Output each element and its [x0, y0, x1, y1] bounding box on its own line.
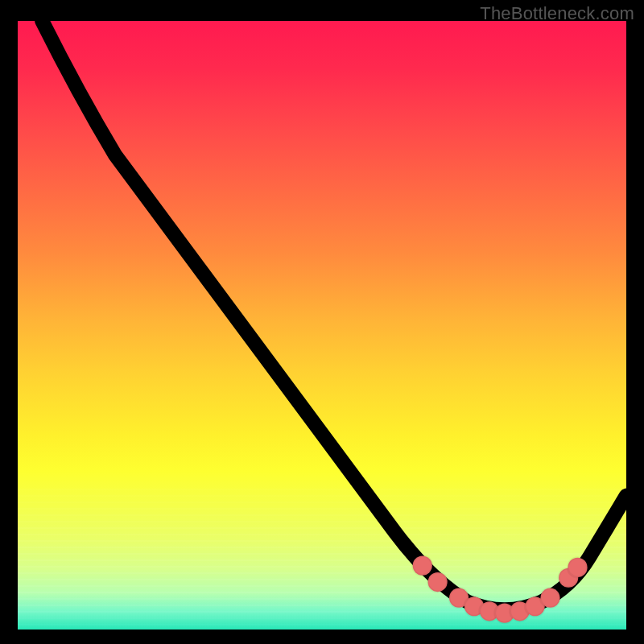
plot-area	[18, 21, 626, 630]
watermark-text: TheBottleneck.com	[480, 3, 634, 24]
bottleneck-curve	[18, 21, 626, 630]
svg-point-8	[540, 588, 559, 608]
svg-point-0	[413, 556, 432, 576]
chart-frame: TheBottleneck.com	[0, 0, 644, 644]
svg-point-10	[568, 558, 587, 577]
svg-point-1	[428, 572, 448, 592]
curve-path	[42, 21, 626, 609]
